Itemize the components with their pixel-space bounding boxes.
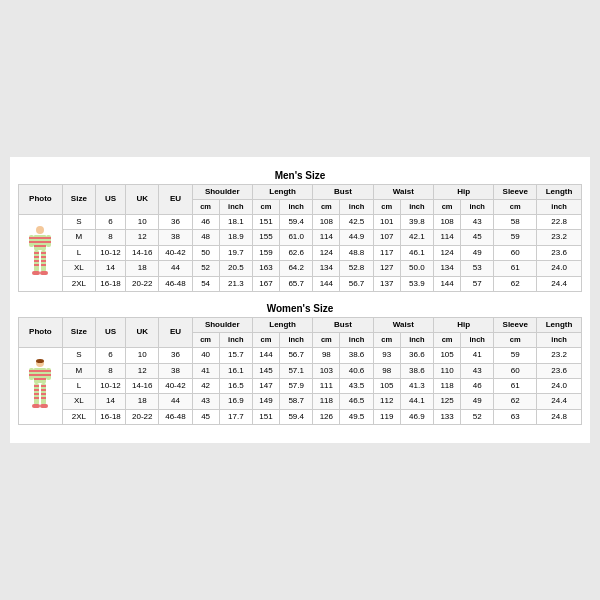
mens-table: Photo Size US UK EU Shoulder Length Bust… <box>18 184 582 292</box>
svg-rect-9 <box>46 237 51 239</box>
length-inch: inch <box>280 200 313 215</box>
table-cell: 159 <box>252 245 279 260</box>
table-cell: 124 <box>313 245 340 260</box>
table-cell: 108 <box>433 215 460 230</box>
svg-rect-2 <box>34 237 46 239</box>
photo-cell <box>19 348 63 425</box>
svg-rect-7 <box>29 241 34 243</box>
table-cell: 12 <box>126 363 159 378</box>
table-cell: 62.6 <box>280 245 313 260</box>
table-cell: 107 <box>373 230 400 245</box>
table-cell: 46.5 <box>340 394 373 409</box>
svg-rect-22 <box>40 271 48 275</box>
col-photo-w: Photo <box>19 318 63 348</box>
svg-rect-15 <box>34 264 39 266</box>
table-cell: 53 <box>461 261 494 276</box>
table-cell: 24.0 <box>537 261 582 276</box>
svg-rect-14 <box>34 260 39 262</box>
svg-rect-21 <box>32 271 40 275</box>
table-cell: 126 <box>313 409 340 424</box>
col-sleeve-w: Sleeve <box>494 318 537 333</box>
table-cell: 108 <box>313 215 340 230</box>
table-cell: 167 <box>252 276 279 291</box>
table-cell: 43 <box>461 363 494 378</box>
table-cell: 52 <box>461 409 494 424</box>
table-row: S610364015.714456.79838.69336.6105415923… <box>19 348 582 363</box>
table-cell: 14-16 <box>126 245 159 260</box>
table-cell: 46 <box>461 378 494 393</box>
table-cell: 16.1 <box>219 363 252 378</box>
table-cell: 61.0 <box>280 230 313 245</box>
table-cell: 40-42 <box>159 245 192 260</box>
svg-rect-42 <box>41 389 46 391</box>
svg-point-24 <box>36 359 44 363</box>
table-cell: 125 <box>433 394 460 409</box>
col-bust: Bust <box>313 184 373 199</box>
table-cell: 18 <box>126 394 159 409</box>
table-cell: 58.7 <box>280 394 313 409</box>
table-cell: 50 <box>192 245 219 260</box>
svg-rect-19 <box>41 260 46 262</box>
table-cell: 14-16 <box>126 378 159 393</box>
table-cell: 46.9 <box>400 409 433 424</box>
table-cell: 145 <box>252 363 279 378</box>
col-uk-w: UK <box>126 318 159 348</box>
table-cell: 16-18 <box>95 276 125 291</box>
womens-header: Photo Size US UK EU Shoulder Length Bust… <box>19 318 582 333</box>
table-cell: 39.8 <box>400 215 433 230</box>
table-cell: 59.4 <box>280 215 313 230</box>
table-cell: 134 <box>433 261 460 276</box>
col-size-w: Size <box>62 318 95 348</box>
col-size: Size <box>62 184 95 214</box>
table-cell: 16.5 <box>219 378 252 393</box>
w-length2-inch: inch <box>537 333 582 348</box>
table-cell: 114 <box>313 230 340 245</box>
w-shoulder-inch: inch <box>219 333 252 348</box>
table-cell: 147 <box>252 378 279 393</box>
table-cell: L <box>62 378 95 393</box>
bust-cm: cm <box>313 200 340 215</box>
table-cell: 65.7 <box>280 276 313 291</box>
table-cell: 18.1 <box>219 215 252 230</box>
size-chart-container: Men's Size Photo Size US <box>10 157 590 443</box>
table-cell: 98 <box>313 348 340 363</box>
photo-cell <box>19 215 63 292</box>
mens-header: Photo Size US UK EU Shoulder Length Bust… <box>19 184 582 199</box>
table-cell: 20-22 <box>126 409 159 424</box>
col-eu-w: EU <box>159 318 192 348</box>
w-bust-inch: inch <box>340 333 373 348</box>
table-cell: 42.1 <box>400 230 433 245</box>
table-cell: 149 <box>252 394 279 409</box>
w-length-inch: inch <box>280 333 313 348</box>
table-cell: 98 <box>373 363 400 378</box>
col-uk: UK <box>126 184 159 214</box>
table-cell: 22.8 <box>537 215 582 230</box>
svg-rect-31 <box>29 374 34 376</box>
svg-rect-38 <box>34 393 39 395</box>
col-us: US <box>95 184 125 214</box>
table-cell: 61 <box>494 261 537 276</box>
table-row: 2XL16-1820-2246-484517.715159.412649.511… <box>19 409 582 424</box>
svg-rect-20 <box>41 264 46 266</box>
svg-rect-30 <box>29 370 34 372</box>
w-hip-inch: inch <box>461 333 494 348</box>
mens-title: Men's Size <box>18 167 582 184</box>
table-cell: 10-12 <box>95 378 125 393</box>
col-photo: Photo <box>19 184 63 214</box>
waist-cm: cm <box>373 200 400 215</box>
table-cell: M <box>62 363 95 378</box>
bust-inch: inch <box>340 200 373 215</box>
table-cell: 101 <box>373 215 400 230</box>
svg-rect-6 <box>29 237 34 239</box>
length2-inch: inch <box>537 200 582 215</box>
table-cell: 12 <box>126 230 159 245</box>
table-cell: 41 <box>461 348 494 363</box>
table-row: S610364618.115159.410842.510139.81084358… <box>19 215 582 230</box>
table-cell: 155 <box>252 230 279 245</box>
w-sleeve-cm: cm <box>494 333 537 348</box>
table-cell: 60 <box>494 245 537 260</box>
svg-rect-33 <box>46 370 51 372</box>
table-cell: 56.7 <box>340 276 373 291</box>
table-cell: 23.2 <box>537 230 582 245</box>
table-cell: 50.0 <box>400 261 433 276</box>
